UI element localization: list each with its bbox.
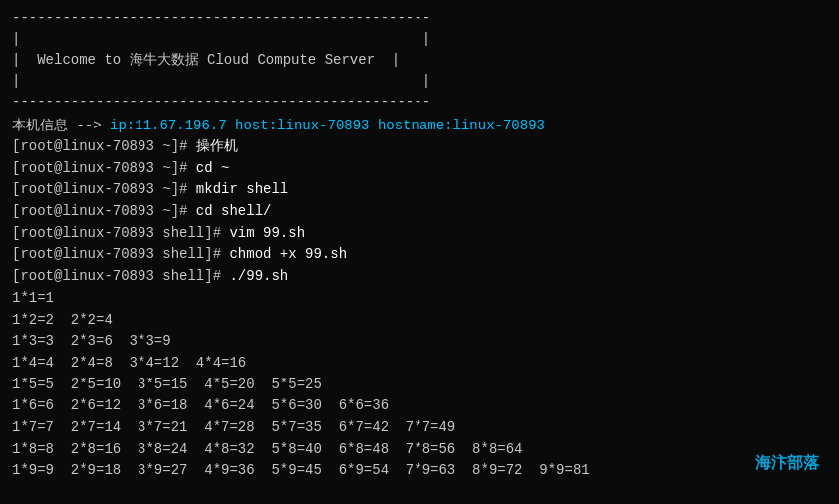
banner-line2: | | bbox=[12, 29, 827, 50]
cmd-text-3: cd shell/ bbox=[196, 203, 272, 219]
output-line-6: 1*7=7 2*7=14 3*7=21 4*7=28 5*7=35 6*7=42… bbox=[12, 417, 827, 439]
command-line-6: [root@linux-70893 shell]# ./99.sh bbox=[12, 266, 827, 288]
output-line-0: 1*1=1 bbox=[12, 288, 827, 310]
prompt-0: [root@linux-70893 ~]# bbox=[12, 138, 196, 154]
output-line-3: 1*4=4 2*4=8 3*4=12 4*4=16 bbox=[12, 353, 827, 375]
banner: ----------------------------------------… bbox=[12, 8, 827, 113]
command-line-4: [root@linux-70893 shell]# vim 99.sh bbox=[12, 223, 827, 245]
prompt-2: [root@linux-70893 ~]# bbox=[12, 181, 196, 197]
info-label: 本机信息 --> bbox=[12, 118, 110, 133]
command-line-0: [root@linux-70893 ~]# 操作机 bbox=[12, 136, 827, 158]
commands-container: [root@linux-70893 ~]# 操作机[root@linux-708… bbox=[12, 136, 827, 288]
info-ip: ip:11.67.196.7 bbox=[110, 118, 227, 133]
info-hostname: hostname:linux-70893 bbox=[378, 118, 545, 133]
terminal: ----------------------------------------… bbox=[12, 8, 827, 496]
command-line-1: [root@linux-70893 ~]# cd ~ bbox=[12, 158, 827, 180]
output-line-4: 1*5=5 2*5=10 3*5=15 4*5=20 5*5=25 bbox=[12, 375, 827, 396]
banner-line4: | | bbox=[12, 71, 827, 92]
banner-line5: ----------------------------------------… bbox=[12, 92, 827, 113]
command-line-2: [root@linux-70893 ~]# mkdir shell bbox=[12, 179, 827, 201]
cmd-text-1: cd ~ bbox=[196, 160, 230, 176]
output-line-5: 1*6=6 2*6=12 3*6=18 4*6=24 5*6=30 6*6=36 bbox=[12, 395, 827, 417]
info-line: 本机信息 --> ip:11.67.196.7 host:linux-70893… bbox=[12, 117, 827, 134]
command-line-3: [root@linux-70893 ~]# cd shell/ bbox=[12, 201, 827, 223]
output-line-2: 1*3=3 2*3=6 3*3=9 bbox=[12, 331, 827, 353]
cmd-text-4: vim 99.sh bbox=[229, 225, 305, 241]
output-line-7: 1*8=8 2*8=16 3*8=24 4*8=32 5*8=40 6*8=48… bbox=[12, 439, 827, 461]
prompt-6: [root@linux-70893 shell]# bbox=[12, 268, 229, 284]
output-line-8: 1*9=9 2*9=18 3*9=27 4*9=36 5*9=45 6*9=54… bbox=[12, 460, 827, 482]
prompt-3: [root@linux-70893 ~]# bbox=[12, 203, 196, 219]
cmd-text-6: ./99.sh bbox=[229, 268, 288, 284]
watermark: 海汴部落 bbox=[755, 453, 819, 474]
prompt-1: [root@linux-70893 ~]# bbox=[12, 160, 196, 176]
info-host: host:linux-70893 bbox=[235, 118, 369, 133]
output-line-1: 1*2=2 2*2=4 bbox=[12, 310, 827, 332]
cmd-text-5: chmod +x 99.sh bbox=[229, 246, 347, 262]
banner-line3: | Welcome to 海牛大数据 Cloud Compute Server … bbox=[12, 50, 827, 71]
prompt-5: [root@linux-70893 shell]# bbox=[12, 246, 229, 262]
output-container: 1*1=11*2=2 2*2=41*3=3 2*3=6 3*3=91*4=4 2… bbox=[12, 288, 827, 482]
cmd-text-0: 操作机 bbox=[196, 138, 238, 154]
cmd-text-2: mkdir shell bbox=[196, 181, 288, 197]
command-line-5: [root@linux-70893 shell]# chmod +x 99.sh bbox=[12, 244, 827, 266]
prompt-4: [root@linux-70893 shell]# bbox=[12, 225, 229, 241]
banner-line1: ----------------------------------------… bbox=[12, 8, 827, 29]
